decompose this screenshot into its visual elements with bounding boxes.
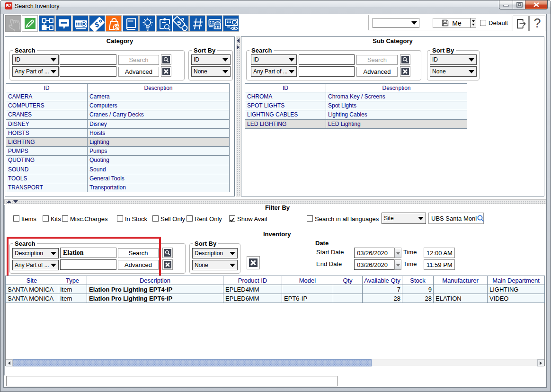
svg-text:$: $ [115, 24, 118, 31]
